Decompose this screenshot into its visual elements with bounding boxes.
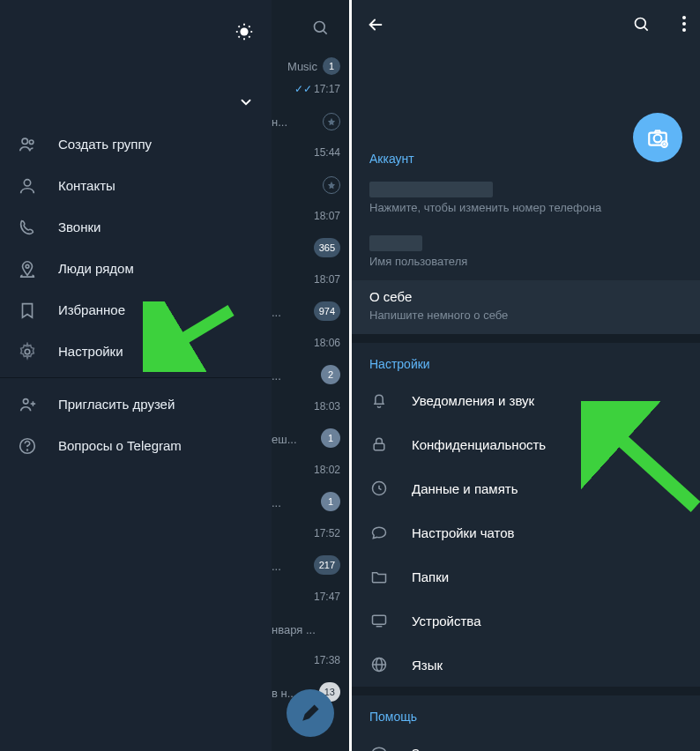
svg-point-24 [682,22,686,26]
set-devices[interactable]: Устройства [352,599,700,643]
pin-icon [323,113,340,130]
chat-row[interactable]: 17:52...217 [272,520,349,584]
profile-header [352,49,700,138]
svg-line-22 [644,27,648,31]
globe-icon [369,655,389,674]
more-icon[interactable] [682,16,686,32]
menu-saved[interactable]: Избранное [0,289,272,331]
menu-label: Вопросы о Telegram [58,438,182,453]
chat-row[interactable]: 18:06...2 [272,330,349,393]
item-label: Задать вопрос [412,746,501,752]
data-icon [369,479,389,498]
chat-row[interactable]: 17:47нваря ... [272,584,349,647]
svg-line-6 [249,36,249,37]
svg-point-0 [240,27,248,35]
chat-row[interactable]: 18:07365 [272,203,349,266]
unread-badge: 1 [321,492,340,511]
help-ask[interactable]: Задать вопрос [352,731,700,751]
bell-icon [369,390,389,410]
chevron-down-icon[interactable] [238,94,254,110]
folder-icon [369,567,389,586]
camera-fab[interactable] [633,113,682,162]
svg-point-11 [24,179,30,185]
svg-point-18 [27,450,28,450]
contact-icon [18,176,37,196]
menu-label: Настройки [58,344,123,359]
unread-badge: 2 [321,365,340,384]
search-icon[interactable] [633,16,651,33]
music-tab[interactable]: Music 1 [287,57,340,75]
chat-row[interactable]: 18:03еш...1 [272,393,349,457]
menu-label: Пригласить друзей [58,397,175,412]
item-label: Данные и память [412,481,518,496]
chat-icon [369,743,389,751]
divider [0,377,272,378]
unread-badge: 1 [323,57,340,75]
username-value [369,235,422,251]
chat-row[interactable]: 15:44 [272,139,349,203]
username-hint: Имя пользователя [369,255,682,268]
gear-icon [18,342,37,361]
help-section: Помощь Задать вопрос [352,695,700,751]
item-label: Язык [412,658,443,673]
group-icon [18,135,37,154]
nearby-icon [18,259,37,279]
menu-nearby[interactable]: Люди рядом [0,248,272,289]
menu-label: Создать группу [58,137,152,152]
help-icon [18,436,37,456]
set-chats[interactable]: Настройки чатов [352,510,700,554]
unread-badge: 217 [314,555,340,575]
search-icon[interactable] [312,19,330,37]
set-folders[interactable]: Папки [352,554,700,599]
phone-hint: Нажмите, чтобы изменить номер телефона [369,201,682,214]
chat-row[interactable]: 18:07...974 [272,266,349,330]
menu-label: Контакты [58,178,115,193]
menu-create-group[interactable]: Создать группу [0,123,272,165]
menu-settings[interactable]: Настройки [0,331,272,372]
section-gap [352,334,700,343]
settings-section: Настройки Уведомления и звук Конфиденциа… [352,343,700,687]
set-language[interactable]: Язык [352,643,700,687]
menu-calls[interactable]: Звонки [0,206,272,248]
compose-fab[interactable] [287,689,334,737]
menu-label: Люди рядом [58,261,134,276]
theme-toggle-icon[interactable] [235,22,254,41]
menu-invite[interactable]: Пригласить друзей [0,383,272,425]
svg-point-25 [682,28,686,32]
svg-point-12 [26,264,29,268]
svg-point-9 [22,138,27,144]
invite-icon [18,395,37,414]
phone-field[interactable]: Нажмите, чтобы изменить номер телефона [352,173,700,227]
menu-faq[interactable]: Вопросы о Telegram [0,425,272,466]
menu-contacts[interactable]: Контакты [0,165,272,206]
bookmark-icon [18,301,37,320]
section-gap [352,687,700,695]
svg-line-7 [238,36,239,37]
set-data[interactable]: Данные и память [352,466,700,510]
checks-icon: ✓✓ [294,83,312,95]
bio-hint: Напишите немного о себе [369,309,682,322]
lock-icon [369,435,389,454]
section-title: Помощь [352,695,700,731]
svg-point-23 [682,16,686,19]
set-notifications[interactable]: Уведомления и звук [352,378,700,422]
item-label: Папки [412,569,449,584]
back-icon[interactable] [366,15,385,34]
menu-label: Звонки [58,219,101,234]
phone-value [369,182,493,197]
svg-line-5 [238,26,239,26]
username-field[interactable]: Имя пользователя [352,227,700,280]
drawer-header [0,0,272,123]
svg-point-21 [636,19,646,29]
section-title: Настройки [352,343,700,378]
chat-row[interactable]: 18:02...1 [272,457,349,520]
svg-line-8 [249,26,249,26]
svg-line-20 [324,31,327,34]
bio-field[interactable]: О себе Напишите немного о себе [352,280,700,334]
chat-row[interactable]: ✓✓17:17н... [272,76,349,139]
set-privacy[interactable]: Конфиденциальность [352,422,700,466]
svg-point-14 [23,398,28,404]
settings-panel: Аккаунт Нажмите, чтобы изменить номер те… [349,0,700,751]
pin-icon [323,176,340,194]
drawer-menu: Создать группу Контакты Звонки Люди рядо… [0,123,272,466]
